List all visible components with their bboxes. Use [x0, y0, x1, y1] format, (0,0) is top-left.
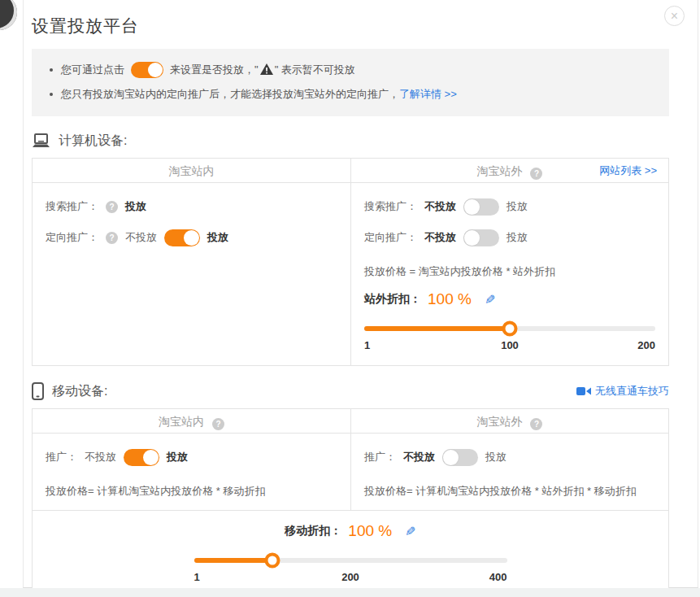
- offsite-price-formula: 投放价格 = 淘宝站内投放价格 * 站外折扣: [364, 264, 655, 279]
- mobile-offsite-formula: 投放价格= 计算机淘宝站内投放价格 * 站外折扣 * 移动折扣: [364, 484, 655, 499]
- row-label: 推广：: [46, 450, 77, 464]
- help-icon[interactable]: ?: [106, 201, 118, 213]
- offsite-discount-value: 100 %: [428, 290, 472, 308]
- notice-text: " 表示暂不可投放: [275, 63, 355, 77]
- offsite-discount-slider[interactable]: [364, 321, 655, 336]
- state-off-label: 不投放: [403, 450, 435, 464]
- mobile-offsite-cell: 推广： 不投放 投放 投放价格= 计算机淘宝站内投放价格 * 站外折扣 * 移动…: [350, 434, 668, 510]
- scale-min: 1: [364, 339, 370, 351]
- row-label: 定向推广：: [46, 230, 98, 245]
- state-on-label: 投放: [485, 450, 507, 464]
- computer-platform-table: 淘宝站内 淘宝站外 ? 网站列表 >> 搜索推广： ? 投放 定向推广： ? 不…: [32, 158, 669, 366]
- notice-text: 您只有投放淘宝站内的定向推广后，才能选择投放淘宝站外的定向推广，: [61, 87, 399, 102]
- mobile-onsite-promo-row: 推广： 不投放 投放: [46, 442, 337, 473]
- row-label: 推广：: [364, 450, 396, 464]
- scale-min: 1: [194, 571, 200, 583]
- state-on-label: 投放: [507, 230, 528, 245]
- mobile-onsite-promo-toggle[interactable]: [124, 449, 159, 466]
- slider-handle[interactable]: [502, 321, 518, 337]
- help-icon[interactable]: ?: [530, 418, 542, 430]
- mobile-discount-row: 移动折扣： 100 % ✎ 1 200 400: [33, 510, 668, 597]
- mobile-offsite-promo-toggle[interactable]: [442, 449, 478, 466]
- offsite-discount-label: 站外折扣：: [364, 292, 421, 307]
- bullet-dot: [50, 93, 53, 96]
- header-label: 淘宝站外: [477, 415, 523, 428]
- mobile-offsite-header: 淘宝站外 ?: [350, 409, 668, 434]
- learn-more-link[interactable]: 了解详情 >>: [399, 87, 457, 102]
- mobile-discount-value: 100 %: [348, 522, 392, 540]
- computer-offsite-target-toggle[interactable]: [463, 229, 499, 246]
- mobile-discount-slider[interactable]: [194, 553, 507, 568]
- help-icon[interactable]: ?: [106, 232, 118, 244]
- computer-icon: [32, 133, 50, 149]
- toggle-knob: [464, 199, 480, 215]
- slider-fill: [194, 558, 272, 563]
- mobile-offsite-promo-row: 推广： 不投放 投放: [364, 442, 655, 473]
- toggle-knob: [443, 450, 459, 465]
- scale-max: 400: [489, 571, 507, 583]
- notice-box: 您可通过点击 来设置是否投放，" " 表示暂不可投放 您只有投放淘宝站内的定向推…: [32, 49, 669, 116]
- mobile-icon: [32, 382, 44, 400]
- header-label: 淘宝站外: [477, 164, 523, 177]
- computer-offsite-cell: 搜索推广： 不投放 投放 定向推广： 不投放 投放 投放价格 = 淘宝站内投放价…: [350, 183, 668, 365]
- header-label: 淘宝站内: [169, 164, 215, 177]
- state-on-label: 投放: [507, 199, 528, 214]
- help-icon[interactable]: ?: [212, 418, 224, 430]
- state-off-label: 不投放: [85, 450, 116, 464]
- computer-onsite-search-row: 搜索推广： ? 投放: [46, 191, 337, 222]
- state-off-label: 不投放: [424, 199, 456, 214]
- offsite-discount-line: 站外折扣： 100 % ✎: [364, 290, 655, 308]
- scale-max: 200: [637, 339, 655, 351]
- scale-mid: 100: [501, 339, 519, 351]
- row-label: 定向推广：: [364, 230, 417, 245]
- mobile-onsite-header: 淘宝站内 ?: [33, 409, 350, 434]
- computer-offsite-search-toggle[interactable]: [463, 198, 499, 216]
- toggle-knob: [143, 450, 159, 465]
- mobile-slider-scale: 1 200 400: [194, 571, 507, 586]
- state-off-label: 不投放: [125, 230, 157, 245]
- close-icon[interactable]: ×: [664, 6, 685, 26]
- help-icon[interactable]: ?: [530, 168, 542, 180]
- computer-offsite-target-row: 定向推广： 不投放 投放: [364, 222, 655, 253]
- example-toggle: [131, 62, 163, 78]
- wireless-tips-link[interactable]: 无线直通车技巧: [576, 384, 669, 399]
- offsite-slider-scale: 1 100 200: [364, 339, 655, 354]
- bullet-dot: [50, 68, 53, 72]
- mobile-section-title: 移动设备:: [52, 383, 107, 400]
- notice-line-1: 您可通过点击 来设置是否投放，" " 表示暂不可投放: [46, 58, 654, 82]
- mobile-discount-line: 移动折扣： 100 % ✎: [194, 522, 507, 540]
- state-on-label: 投放: [167, 450, 188, 464]
- computer-onsite-cell: 搜索推广： ? 投放 定向推广： ? 不投放 投放: [33, 183, 350, 365]
- row-label: 搜索推广：: [364, 199, 417, 214]
- computer-onsite-target-toggle[interactable]: [164, 229, 200, 246]
- page-background-strip: [0, 588, 700, 597]
- computer-offsite-header: 淘宝站外 ? 网站列表 >>: [350, 159, 668, 183]
- background-page-ball: [0, 0, 17, 30]
- slider-fill: [364, 326, 510, 331]
- computer-section-title: 计算机设备:: [59, 133, 127, 150]
- mobile-discount-label: 移动折扣：: [285, 524, 341, 538]
- mobile-platform-table: 淘宝站内 ? 淘宝站外 ? 推广： 不投放 投放 投放价格= 计算机淘宝站内投放…: [32, 408, 669, 597]
- notice-line-2: 您只有投放淘宝站内的定向推广后，才能选择投放淘宝站外的定向推广， 了解详情 >>: [46, 82, 654, 107]
- state-on-label: 投放: [125, 199, 146, 214]
- notice-text: 您可通过点击: [61, 63, 124, 77]
- video-icon: [576, 386, 591, 396]
- edit-icon[interactable]: ✎: [405, 524, 415, 539]
- set-platform-dialog: × 设置投放平台 您可通过点击 来设置是否投放，" " 表示暂不可投放 您只有投…: [23, 0, 698, 588]
- mobile-section-header: 移动设备: 无线直通车技巧: [32, 382, 669, 400]
- scale-mid: 200: [341, 571, 359, 583]
- notice-text: 来设置是否投放，": [170, 63, 259, 77]
- computer-offsite-search-row: 搜索推广： 不投放 投放: [364, 191, 655, 222]
- row-label: 搜索推广：: [46, 199, 98, 214]
- state-off-label: 不投放: [424, 230, 456, 245]
- toggle-knob: [148, 63, 163, 77]
- wireless-tips-label: 无线直通车技巧: [595, 384, 669, 399]
- warning-icon: [260, 63, 273, 77]
- state-on-label: 投放: [207, 230, 228, 245]
- edit-icon[interactable]: ✎: [485, 292, 495, 307]
- header-label: 淘宝站内: [159, 415, 204, 428]
- slider-handle[interactable]: [264, 553, 280, 569]
- computer-onsite-header: 淘宝站内: [33, 159, 350, 183]
- website-list-link[interactable]: 网站列表 >>: [599, 159, 657, 183]
- toggle-knob: [464, 230, 480, 246]
